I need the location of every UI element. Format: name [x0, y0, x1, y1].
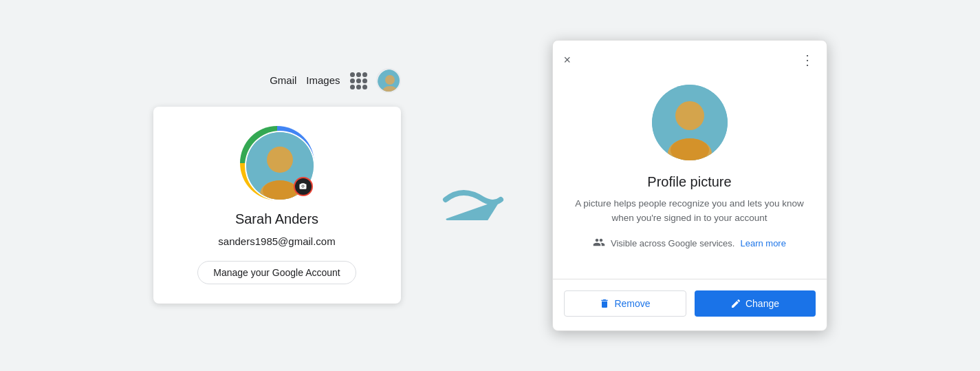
manage-account-button[interactable]: Manage your Google Account: [197, 261, 356, 284]
remove-btn-label: Remove: [614, 298, 650, 309]
panel-header: × ⋮: [553, 41, 827, 74]
grid-dot-6: [362, 78, 367, 83]
change-button[interactable]: Change: [695, 290, 816, 317]
user-name: Sarah Anders: [235, 211, 318, 227]
header-avatar[interactable]: [376, 68, 401, 93]
panel-content: Profile picture A picture helps people r…: [553, 169, 827, 279]
gmail-link[interactable]: Gmail: [270, 74, 296, 86]
arrow-container: [442, 179, 511, 220]
learn-more-link[interactable]: Learn more: [740, 238, 785, 248]
people-svg-icon: [593, 236, 605, 248]
panel-description: A picture helps people recognize you and…: [572, 197, 807, 225]
top-bar: Gmail Images: [270, 68, 400, 93]
direction-arrow: [442, 179, 511, 220]
grid-dot-5: [356, 78, 361, 83]
visibility-text: Visible across Google services.: [611, 238, 734, 248]
camera-icon-badge[interactable]: [294, 177, 313, 196]
close-button[interactable]: ×: [564, 54, 571, 66]
grid-dot-9: [362, 85, 367, 89]
grid-dot-3: [362, 72, 367, 77]
grid-dot-7: [350, 85, 355, 89]
grid-dot-4: [350, 78, 355, 83]
grid-dot-8: [356, 85, 361, 89]
trash-icon: [599, 298, 610, 309]
panel-avatar-circle: [652, 85, 728, 160]
panel-title: Profile picture: [572, 174, 807, 190]
remove-button[interactable]: Remove: [564, 290, 686, 317]
panel-actions: Remove Change: [553, 290, 827, 330]
profile-card: Sarah Anders sanders1985@gmail.com Manag…: [153, 107, 401, 304]
change-btn-label: Change: [745, 298, 779, 309]
profile-picture-panel: × ⋮ Profile picture A picture helps peop…: [552, 40, 827, 331]
svg-point-1: [385, 75, 395, 85]
pencil-icon: [730, 298, 741, 309]
panel-divider: [553, 279, 827, 279]
svg-point-4: [267, 147, 293, 173]
svg-point-9: [675, 101, 704, 130]
user-email: sanders1985@gmail.com: [218, 235, 335, 247]
panel-avatar-svg: [652, 85, 728, 160]
panel-avatar-section: [553, 74, 827, 169]
visibility-row: Visible across Google services. Learn mo…: [572, 236, 807, 251]
more-options-button[interactable]: ⋮: [801, 52, 816, 68]
apps-grid-icon[interactable]: [350, 72, 367, 89]
avatar-wrapper: [243, 129, 312, 198]
grid-dot-1: [350, 72, 355, 77]
left-section: Gmail Images: [153, 68, 401, 304]
images-link[interactable]: Images: [306, 74, 340, 86]
people-icon: [593, 236, 605, 251]
camera-svg-icon: [298, 181, 308, 191]
header-avatar-svg: [378, 70, 401, 93]
grid-dot-2: [356, 72, 361, 77]
